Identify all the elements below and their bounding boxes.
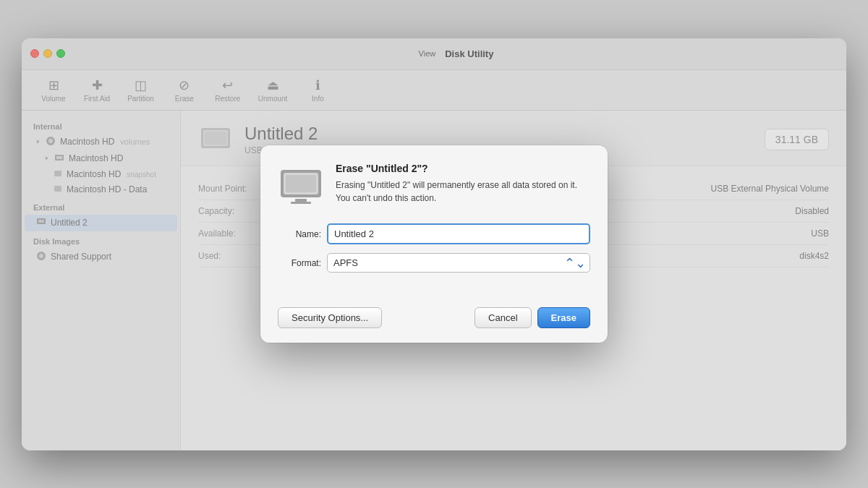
modal-header: Erase "Untitled 2"? Erasing "Untitled 2"…: [278, 163, 590, 209]
format-label: Format:: [278, 258, 321, 268]
name-label: Name:: [278, 229, 321, 239]
format-select[interactable]: APFS Mac OS Extended (Journaled) Mac OS …: [327, 253, 590, 273]
modal-disk-icon: [278, 163, 324, 209]
format-select-wrapper: APFS Mac OS Extended (Journaled) Mac OS …: [327, 253, 590, 273]
erase-button[interactable]: Erase: [537, 307, 590, 328]
name-row: Name:: [278, 223, 590, 244]
cancel-button[interactable]: Cancel: [475, 307, 531, 328]
format-row: Format: APFS Mac OS Extended (Journaled)…: [278, 253, 590, 273]
svg-rect-15: [286, 175, 316, 192]
modal-backdrop: Erase "Untitled 2"? Erasing "Untitled 2"…: [22, 38, 846, 450]
modal-action-buttons: Cancel Erase: [475, 307, 590, 328]
main-window: View Disk Utility ⊞ Volume ✚ First Aid ◫…: [22, 38, 846, 450]
modal-text: Erase "Untitled 2"? Erasing "Untitled 2"…: [336, 163, 590, 209]
svg-rect-17: [291, 202, 311, 204]
modal-body: Erase "Untitled 2"? Erasing "Untitled 2"…: [260, 145, 608, 299]
security-options-button[interactable]: Security Options...: [278, 307, 382, 328]
name-input[interactable]: [327, 223, 590, 244]
modal-description: Erasing "Untitled 2" will permanently er…: [336, 179, 590, 205]
modal-form: Name: Format: APFS Mac OS Extended (Jour…: [278, 223, 590, 287]
svg-rect-16: [295, 199, 307, 202]
erase-dialog: Erase "Untitled 2"? Erasing "Untitled 2"…: [260, 145, 608, 343]
modal-footer: Security Options... Cancel Erase: [260, 299, 608, 343]
modal-title: Erase "Untitled 2"?: [336, 163, 590, 174]
